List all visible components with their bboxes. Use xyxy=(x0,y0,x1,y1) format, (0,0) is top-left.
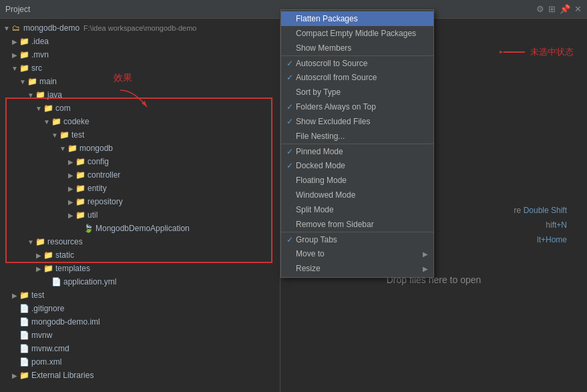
label-show-members: Show Members xyxy=(296,43,428,53)
menu-item-group-tabs[interactable]: ✓ Group Tabs xyxy=(281,232,433,246)
tree-label-mvnw-cmd: mvnw.cmd xyxy=(31,344,69,353)
tree-label-main: main xyxy=(39,77,57,86)
right-annotation: 未选中状态 xyxy=(500,45,574,59)
tree-item-repository[interactable]: ▶ 📁 repository xyxy=(0,195,280,208)
arrow-resize: ▶ xyxy=(423,265,428,272)
tree-item-controller[interactable]: ▶ 📁 controller xyxy=(0,168,280,182)
tree-item-iml[interactable]: 📄 mongodb-demo.iml xyxy=(0,315,280,329)
tree-item-com[interactable]: ▼ 📁 com xyxy=(0,102,280,115)
tree-item-static[interactable]: ▶ 📁 static xyxy=(0,248,280,262)
menu-item-pinned-mode[interactable]: ✓ Pinned Mode xyxy=(281,144,433,158)
label-autoscroll-to: Autoscroll to Source xyxy=(296,59,428,68)
menu-item-autoscroll-from[interactable]: ✓ Autoscroll from Source xyxy=(281,70,433,85)
tree-item-mongodb[interactable]: ▼ 📁 mongodb xyxy=(0,142,280,155)
menu-item-split-mode[interactable]: Split Mode xyxy=(281,202,433,217)
menu-item-windowed-mode[interactable]: Windowed Mode xyxy=(281,188,433,202)
arrow-com: ▼ xyxy=(35,105,43,112)
tree-label-com: com xyxy=(55,104,71,113)
check-autoscroll-to: ✓ xyxy=(286,59,296,68)
menu-item-move-to[interactable]: Move to ▶ xyxy=(281,246,433,261)
close-icon[interactable]: ✕ xyxy=(574,4,582,14)
tree-label-repository: repository xyxy=(87,197,123,206)
file-icon-mvnw: 📄 xyxy=(19,331,29,340)
shortcut-hint-3: lt+Home xyxy=(514,235,567,244)
menu-item-flatten-packages[interactable]: Flatten Packages xyxy=(281,11,433,26)
menu-item-autoscroll-to[interactable]: ✓ Autoscroll to Source xyxy=(281,55,433,70)
tree-item-src[interactable]: ▼ 📁 src xyxy=(0,61,280,75)
arrow-idea: ▶ xyxy=(11,38,19,45)
tree-item-gitignore[interactable]: 📄 .gitignore xyxy=(0,302,280,315)
arrow-repository: ▶ xyxy=(67,198,75,206)
arrow-static: ▶ xyxy=(35,252,43,259)
label-floating-mode: Floating Mode xyxy=(296,176,428,185)
tree-item-mvn[interactable]: ▶ 📁 .mvn xyxy=(0,48,280,61)
git-icon: 📄 xyxy=(19,304,29,313)
tree-item-main-app[interactable]: 🍃 MongodbDemoApplication xyxy=(0,222,280,235)
tree-item-templates[interactable]: ▶ 📁 templates xyxy=(0,262,280,275)
tree-item-test-root[interactable]: ▶ 📁 test xyxy=(0,288,280,302)
folder-icon-entity: 📁 xyxy=(75,184,85,193)
label-resize: Resize xyxy=(296,264,423,273)
menu-item-floating-mode[interactable]: Floating Mode xyxy=(281,173,433,188)
tree-item-entity[interactable]: ▶ 📁 entity xyxy=(0,182,280,195)
label-remove-sidebar: Remove from Sidebar xyxy=(296,220,428,229)
file-icon-mvnw-cmd: 📄 xyxy=(19,344,29,353)
tree-item-main[interactable]: ▼ 📁 main xyxy=(0,75,280,88)
tree-item-config[interactable]: ▶ 📁 config xyxy=(0,155,280,168)
xml-icon: 📄 xyxy=(19,357,29,367)
arrow-resources: ▼ xyxy=(27,238,35,246)
tree-label-entity: entity xyxy=(87,184,107,193)
tree-item-ext-libs[interactable]: ▶ 📁 External Libraries xyxy=(0,369,280,382)
tree-label-app: MongodbDemoApplication xyxy=(95,224,190,233)
folder-icon-controller: 📁 xyxy=(75,170,85,180)
folder-icon-config: 📁 xyxy=(75,157,85,166)
menu-item-compact-empty[interactable]: Compact Empty Middle Packages xyxy=(281,26,433,41)
arrow-move-to: ▶ xyxy=(423,250,428,258)
tree-item-mvnw-cmd[interactable]: 📄 mvnw.cmd xyxy=(0,342,280,355)
tree-item-resources[interactable]: ▼ 📁 resources xyxy=(0,235,280,248)
tree-label-resources: resources xyxy=(47,237,83,246)
menu-item-file-nesting[interactable]: File Nesting... xyxy=(281,129,433,144)
menu-item-resize[interactable]: Resize ▶ xyxy=(281,261,433,276)
menu-item-show-excluded[interactable]: ✓ Show Excluded Files xyxy=(281,114,433,129)
right-annotation-text: 未选中状态 xyxy=(530,46,574,58)
yml-icon: 📄 xyxy=(51,277,61,286)
tree-item-mvnw[interactable]: 📄 mvnw xyxy=(0,329,280,342)
tree-item-pom[interactable]: 📄 pom.xml xyxy=(0,355,280,369)
tree-item-root[interactable]: ▼ 🗂 mongodb-demo F:\idea workspace\mongo… xyxy=(0,21,280,35)
menu-item-show-members[interactable]: Show Members xyxy=(281,41,433,55)
folder-icon-test-root: 📁 xyxy=(19,290,29,300)
folder-icon-ext-libs: 📁 xyxy=(19,371,29,380)
label-move-to: Move to xyxy=(296,249,423,258)
shortcut-hint-1: re Double Shift xyxy=(514,206,567,215)
tree-label-pom: pom.xml xyxy=(31,357,61,367)
menu-item-remove-sidebar[interactable]: Remove from Sidebar xyxy=(281,217,433,232)
tree-item-test-pkg[interactable]: ▼ 📁 test xyxy=(0,128,280,142)
folder-icon-mongodb: 📁 xyxy=(67,144,77,153)
tree-item-idea[interactable]: ▶ 📁 .idea xyxy=(0,35,280,48)
tree-item-java[interactable]: ▼ 📁 java xyxy=(0,88,280,102)
pin-icon[interactable]: 📌 xyxy=(560,4,570,14)
folder-icon-main: 📁 xyxy=(27,77,37,86)
tree-label-mongodb: mongodb xyxy=(79,144,113,153)
tree-view[interactable]: ▼ 🗂 mongodb-demo F:\idea workspace\mongo… xyxy=(0,19,280,392)
tree-label-ext-libs: External Libraries xyxy=(31,371,93,380)
settings-icon[interactable]: ⊞ xyxy=(548,4,556,14)
tree-label-codeke: codeke xyxy=(63,117,89,126)
label-file-nesting: File Nesting... xyxy=(296,132,428,141)
label-show-excluded: Show Excluded Files xyxy=(296,117,428,126)
gear-icon[interactable]: ⚙ xyxy=(536,4,544,14)
check-docked-mode: ✓ xyxy=(286,161,296,170)
tree-item-yml[interactable]: 📄 application.yml xyxy=(0,275,280,288)
tree-item-util[interactable]: ▶ 📁 util xyxy=(0,208,280,222)
menu-item-folders-top[interactable]: ✓ Folders Always on Top xyxy=(281,100,433,114)
tree-label-config: config xyxy=(87,157,109,166)
tree-item-codeke[interactable]: ▼ 📁 codeke xyxy=(0,115,280,128)
menu-item-docked-mode[interactable]: ✓ Docked Mode xyxy=(281,158,433,173)
tree-label-templates: templates xyxy=(55,264,90,273)
check-folders-top: ✓ xyxy=(286,102,296,112)
tree-label-static: static xyxy=(55,250,74,260)
menu-item-sort-type[interactable]: Sort by Type xyxy=(281,85,433,100)
folder-icon-static: 📁 xyxy=(43,250,53,260)
arrow-src: ▼ xyxy=(11,65,19,72)
